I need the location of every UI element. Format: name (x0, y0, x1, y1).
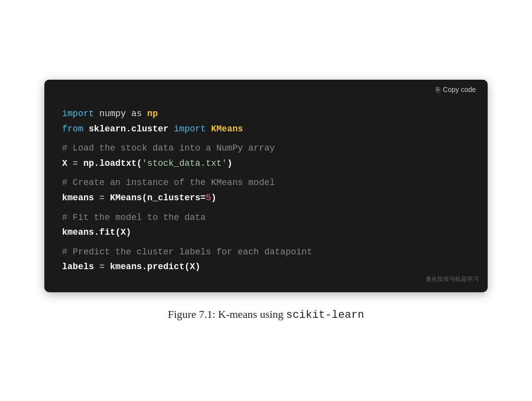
code-line: kmeans = KMeans(n_clusters=5) (62, 190, 470, 206)
code-token: ) (227, 158, 233, 168)
code-line: # Predict the cluster labels for each da… (62, 245, 470, 260)
code-token: ) (211, 193, 216, 203)
code-token: sklearn.cluster (89, 124, 168, 134)
code-line: # Load the stock data into a NumPy array (62, 141, 470, 156)
code-token: np (147, 109, 158, 119)
code-token (206, 124, 211, 134)
copy-code-button[interactable]: ⎘ Copy code (433, 85, 479, 94)
page-container: ⎘ Copy code import numpy as npfrom sklea… (0, 60, 532, 341)
figure-caption: Figure 7.1: K-means using scikit-learn (168, 308, 365, 321)
figure-caption-mono: scikit-learn (286, 309, 364, 321)
code-token: # Load the stock data into a NumPy array (62, 143, 275, 153)
copy-code-label: Copy code (443, 86, 476, 93)
code-token: kmeans.fit(X) (62, 227, 131, 237)
code-token: # Fit the model to the data (62, 213, 206, 222)
figure-caption-text: Figure 7.1: K-means using (168, 308, 286, 320)
code-blank-line (62, 171, 470, 175)
code-token: # Create an instance of the KMeans model (62, 178, 275, 187)
code-token (83, 124, 89, 134)
code-token: KMeans (110, 193, 142, 203)
code-blank-line (62, 240, 470, 245)
code-token: kmeans (62, 193, 94, 203)
code-token: X (62, 158, 67, 168)
code-token: as (131, 109, 142, 119)
code-token: from (62, 124, 83, 134)
code-token (168, 124, 174, 134)
code-token: import (62, 109, 94, 119)
code-line: kmeans.fit(X) (62, 225, 470, 240)
code-body: import numpy as npfrom sklearn.cluster i… (44, 97, 488, 292)
code-line: import numpy as np (62, 106, 470, 122)
code-line: X = np.loadtxt('stock_data.txt') (62, 156, 470, 171)
code-header: ⎘ Copy code (44, 80, 488, 97)
code-token: numpy (94, 109, 132, 119)
code-blank-line (62, 136, 470, 141)
code-token: KMeans (211, 124, 243, 134)
code-token: import (174, 124, 206, 134)
code-token: = (67, 158, 83, 168)
code-line: # Create an instance of the KMeans model (62, 175, 470, 190)
code-token (142, 109, 147, 119)
clipboard-icon: ⎘ (436, 86, 440, 93)
code-block-wrapper: ⎘ Copy code import numpy as npfrom sklea… (44, 80, 488, 292)
code-line: from sklearn.cluster import KMeans (62, 122, 470, 137)
code-token: = (94, 262, 110, 272)
code-token: # Predict the cluster labels for each da… (62, 247, 312, 257)
code-token: kmeans.predict(X) (110, 262, 200, 272)
code-token: = (94, 193, 110, 203)
code-token: 'stock_data.txt' (142, 158, 227, 168)
code-token: (n_clusters= (142, 193, 206, 203)
code-line: labels = kmeans.predict(X) (62, 259, 470, 275)
code-blank-line (62, 206, 470, 210)
code-token: labels (62, 262, 94, 272)
code-line: # Fit the model to the data (62, 210, 470, 225)
code-token: np (83, 158, 94, 168)
code-token: 5 (206, 193, 211, 203)
code-token: .loadtxt( (94, 158, 142, 168)
